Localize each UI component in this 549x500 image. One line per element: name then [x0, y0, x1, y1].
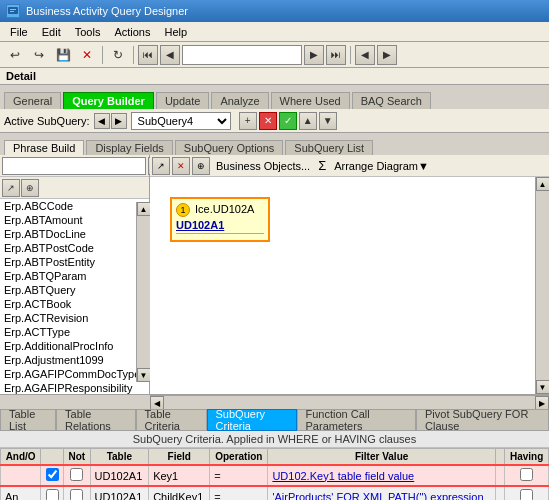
filter-value-link[interactable]: 'AirProducts' FOR XML PATH('') expressio… [272, 491, 483, 501]
subquery-select[interactable]: SubQuery4 [131, 112, 231, 130]
canvas-btn-link[interactable]: ↗ [152, 157, 170, 175]
list-item[interactable]: Erp.ABTQuery [0, 283, 149, 297]
entity-box-ud102a[interactable]: 1 Ice.UD102A UD102A1 [170, 197, 270, 242]
cell-filter-value[interactable]: 'AirProducts' FOR XML PATH('') expressio… [268, 486, 496, 500]
subquery-nav-next[interactable]: ▶ [111, 113, 127, 129]
col-header-not: Not [64, 449, 91, 466]
toolbar-btn-arrow[interactable]: ↻ [107, 45, 129, 65]
filter-value-link[interactable]: UD102.Key1 table field value [272, 470, 414, 482]
cell-having[interactable] [505, 486, 549, 500]
phrase-tab-build[interactable]: Phrase Build [4, 140, 84, 155]
list-item[interactable]: Erp.AGAFIPCommDocType [0, 367, 149, 381]
list-item[interactable]: Erp.ACTBook [0, 297, 149, 311]
tab-query-builder[interactable]: Query Builder [63, 92, 154, 109]
cell-operation: = [210, 486, 268, 500]
list-item[interactable]: Erp.ACTRevision [0, 311, 149, 325]
cell-table: UD102A1 [90, 486, 149, 500]
toolbar-nav-back[interactable]: ◀ [355, 45, 375, 65]
cell-checkbox[interactable] [41, 465, 64, 486]
phrase-tab-list[interactable]: SubQuery List [285, 140, 373, 155]
menu-actions[interactable]: Actions [108, 24, 156, 40]
subquery-up-btn[interactable]: ▲ [299, 112, 317, 130]
entity-box-name[interactable]: UD102A1 [176, 219, 264, 234]
phrase-tab-options[interactable]: SubQuery Options [175, 140, 284, 155]
bottom-tab-table-relations[interactable]: Table Relations [56, 409, 136, 431]
subquery-nav-prev[interactable]: ◀ [94, 113, 110, 129]
menu-edit[interactable]: Edit [36, 24, 67, 40]
subquery-label: Active SubQuery: [4, 115, 90, 127]
bottom-tab-subquery-criteria[interactable]: SubQuery Criteria [207, 409, 297, 431]
scroll-track [137, 216, 151, 368]
canvas-btn-add[interactable]: ⊕ [192, 157, 210, 175]
tab-analyze[interactable]: Analyze [211, 92, 268, 109]
toolbar-nav-last[interactable]: ⏭ [326, 45, 346, 65]
subquery-ok-btn[interactable]: ✓ [279, 112, 297, 130]
list-item[interactable]: Erp.AGAFIPResponsibility [0, 381, 149, 394]
bottom-tab-function-params[interactable]: Function Call Parameters [297, 409, 416, 431]
vscroll-track [536, 191, 550, 380]
criteria-header: SubQuery Criteria. Applied in WHERE or H… [0, 431, 549, 448]
col-header-operation: Operation [210, 449, 268, 466]
vscroll-up[interactable]: ▲ [536, 177, 550, 191]
canvas-vscrollbar[interactable]: ▲ ▼ [535, 177, 549, 394]
list-item[interactable]: Erp.ABTQParam [0, 269, 149, 283]
tab-general[interactable]: General [4, 92, 61, 109]
toolbar-nav-next[interactable]: ▶ [304, 45, 324, 65]
toolbar-separator-1 [102, 46, 103, 64]
cell-table: UD102A1 [90, 465, 149, 486]
subquery-down-btn[interactable]: ▼ [319, 112, 337, 130]
phrase-tab-bar: Phrase Build Display Fields SubQuery Opt… [0, 133, 549, 155]
toolbar-btn-undo[interactable]: ↩ [4, 45, 26, 65]
vscroll-down[interactable]: ▼ [536, 380, 550, 394]
canvas-panel: ↗ ✕ ⊕ Business Objects... Σ Arrange Diag… [150, 155, 549, 394]
list-item[interactable]: Erp.ABCCode [0, 199, 149, 213]
cell-having[interactable] [505, 465, 549, 486]
table-row[interactable]: An UD102A1 ChildKey1 = 'AirProducts' FOR… [1, 486, 549, 500]
col-header-field: Field [149, 449, 210, 466]
col-header-check [41, 449, 64, 466]
cell-filter-value[interactable]: UD102.Key1 table field value [268, 465, 496, 486]
toolbar-btn-save[interactable]: 💾 [52, 45, 74, 65]
left-panel-scrollbar[interactable]: ▲ ▼ [136, 202, 150, 382]
list-item[interactable]: Erp.ABTPostEntity [0, 255, 149, 269]
subquery-add-btn[interactable]: + [239, 112, 257, 130]
subquery-delete-btn[interactable]: ✕ [259, 112, 277, 130]
toolbar-nav-prev[interactable]: ◀ [160, 45, 180, 65]
list-item[interactable]: Erp.AdditionalProcInfo [0, 339, 149, 353]
baq-id-input[interactable]: TCF_FSCsrDBFSQH [182, 45, 302, 65]
list-item[interactable]: Erp.ABTPostCode [0, 241, 149, 255]
menu-file[interactable]: File [4, 24, 34, 40]
menu-help[interactable]: Help [158, 24, 193, 40]
toolbar-nav-first[interactable]: ⏮ [138, 45, 158, 65]
phrase-tab-display[interactable]: Display Fields [86, 140, 172, 155]
cell-not[interactable] [64, 486, 91, 500]
arrange-diagram-button[interactable]: Arrange Diagram▼ [330, 160, 433, 172]
bottom-tab-table-list[interactable]: Table List [0, 409, 56, 431]
cell-checkbox[interactable] [41, 486, 64, 500]
table-row[interactable]: UD102A1 Key1 = UD102.Key1 table field va… [1, 465, 549, 486]
canvas-btn-delete[interactable]: ✕ [172, 157, 190, 175]
toolbar-nav-forward[interactable]: ▶ [377, 45, 397, 65]
cell-not[interactable] [64, 465, 91, 486]
toolbar-btn-delete[interactable]: ✕ [76, 45, 98, 65]
menu-tools[interactable]: Tools [69, 24, 107, 40]
list-item[interactable]: Erp.ABTDocLine [0, 227, 149, 241]
scroll-down-btn[interactable]: ▼ [137, 368, 151, 382]
tab-baq-search[interactable]: BAQ Search [352, 92, 431, 109]
left-toolbar-btn-1[interactable]: ↗ [2, 179, 20, 197]
toolbar-btn-redo[interactable]: ↪ [28, 45, 50, 65]
scroll-up-btn[interactable]: ▲ [137, 202, 151, 216]
list-item[interactable]: Erp.ACTType [0, 325, 149, 339]
tab-update[interactable]: Update [156, 92, 209, 109]
tab-where-used[interactable]: Where Used [271, 92, 350, 109]
list-item[interactable]: Erp.Adjustment1099 [0, 353, 149, 367]
list-item[interactable]: Erp.ABTAmount [0, 213, 149, 227]
search-row: Contains [0, 155, 149, 177]
left-toolbar-btn-2[interactable]: ⊕ [21, 179, 39, 197]
entity-search-input[interactable] [2, 157, 146, 175]
bottom-tab-table-criteria[interactable]: Table Criteria [136, 409, 207, 431]
main-content-area: Contains ↗ ⊕ Erp.ABCCode Erp.ABTAmount E… [0, 155, 549, 395]
svg-rect-2 [10, 9, 16, 10]
business-objects-button[interactable]: Business Objects... [212, 160, 314, 172]
bottom-tab-pivot[interactable]: Pivot SubQuery FOR Clause [416, 409, 549, 431]
